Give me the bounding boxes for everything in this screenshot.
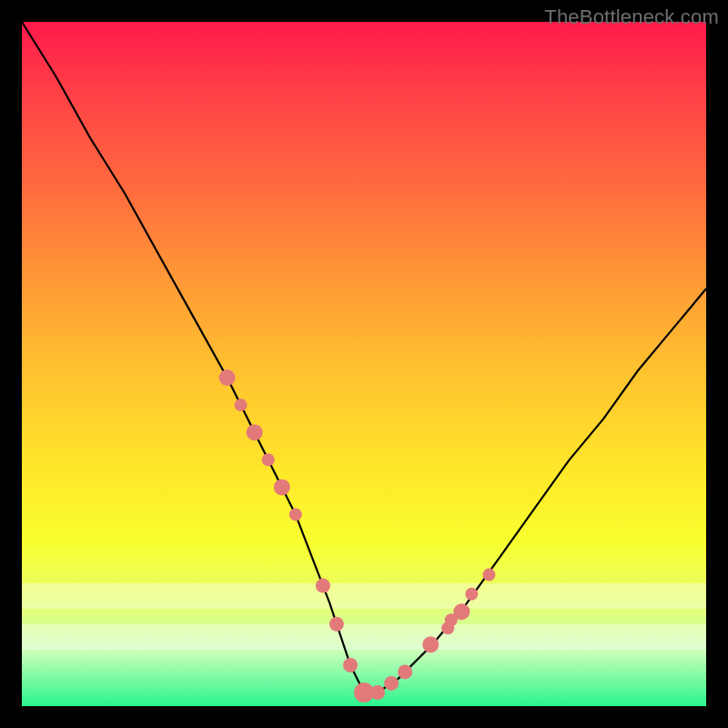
- pale-band-1: [22, 583, 706, 609]
- pale-band-2: [22, 624, 706, 650]
- watermark-text: TheBottleneck.com: [544, 5, 719, 29]
- chart-plot-area: [22, 22, 706, 706]
